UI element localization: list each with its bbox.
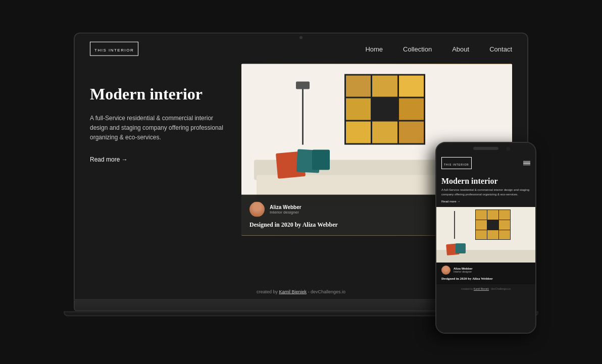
footer-separator: - devChallenges.io xyxy=(307,289,345,294)
designer-name: Aliza Webber xyxy=(270,204,302,210)
nav-contact[interactable]: Contact xyxy=(489,45,512,53)
nav-about[interactable]: About xyxy=(452,45,469,53)
read-more-link[interactable]: Read more → xyxy=(90,156,128,163)
logo-text: THIS INTERIOR xyxy=(94,47,134,52)
phone-lamp xyxy=(454,211,455,239)
phone-device: THIS INTERIOR Modern interior A full-Ser… xyxy=(435,142,536,334)
footer-author[interactable]: Kamil Bieniek xyxy=(279,289,307,294)
designer-details: Aliza Webber Interior designer xyxy=(270,204,302,214)
designer-avatar xyxy=(249,201,265,217)
phone-designer-info: Aliza Webber Interior designer xyxy=(441,266,530,275)
phone-room xyxy=(436,207,535,263)
phone-navbar: THIS INTERIOR xyxy=(436,154,535,172)
hero-title: Modern interior xyxy=(90,84,231,103)
phone-designer-role: Interior designer xyxy=(454,270,473,273)
phone-hero-image xyxy=(436,207,535,263)
room-lamp xyxy=(302,84,304,144)
hamburger-menu[interactable] xyxy=(523,161,530,166)
phone-footer: created by Kamil Bieniek - devChallenges… xyxy=(436,284,535,293)
pillow-teal2 xyxy=(312,149,330,170)
phone-hero-title: Modern interior xyxy=(436,172,535,188)
phone-read-more-link[interactable]: Read more → xyxy=(436,200,535,207)
footer-text: created by xyxy=(257,289,279,294)
phone-hero-description: A full-Service residential & commercial … xyxy=(436,188,535,200)
nav-home[interactable]: Home xyxy=(365,45,383,53)
phone-notch xyxy=(473,147,498,150)
avatar-face xyxy=(249,201,265,217)
hero-description: A full-Service residential & commercial … xyxy=(90,113,231,142)
phone-front-camera xyxy=(506,147,510,151)
nav-links: Home Collection About Contact xyxy=(365,44,512,53)
room-painting xyxy=(344,74,425,144)
scene: THIS INTERIOR Home Collection About Cont… xyxy=(0,0,602,364)
phone-painting xyxy=(475,210,511,240)
phone-designer-avatar xyxy=(441,266,450,275)
phone-logo[interactable]: THIS INTERIOR xyxy=(441,157,472,169)
phone-pillow-teal xyxy=(456,243,466,253)
phone-logo-text: THIS INTERIOR xyxy=(444,163,469,166)
phone-designer-card: Aliza Webber Interior designer Designed … xyxy=(436,263,535,284)
hero-text-block: Modern interior A full-Service residenti… xyxy=(90,64,231,164)
laptop-camera xyxy=(299,36,303,39)
phone-screen: THIS INTERIOR Modern interior A full-Ser… xyxy=(436,143,535,333)
logo[interactable]: THIS INTERIOR xyxy=(90,41,138,56)
designer-role: Interior designer xyxy=(270,210,302,214)
phone-footer-author[interactable]: Kamil Bieniek xyxy=(474,287,489,290)
phone-designer-quote: Designed in 2020 by Aliza Webber xyxy=(441,277,530,281)
lamp-shade xyxy=(296,81,310,89)
nav-collection[interactable]: Collection xyxy=(403,45,432,53)
